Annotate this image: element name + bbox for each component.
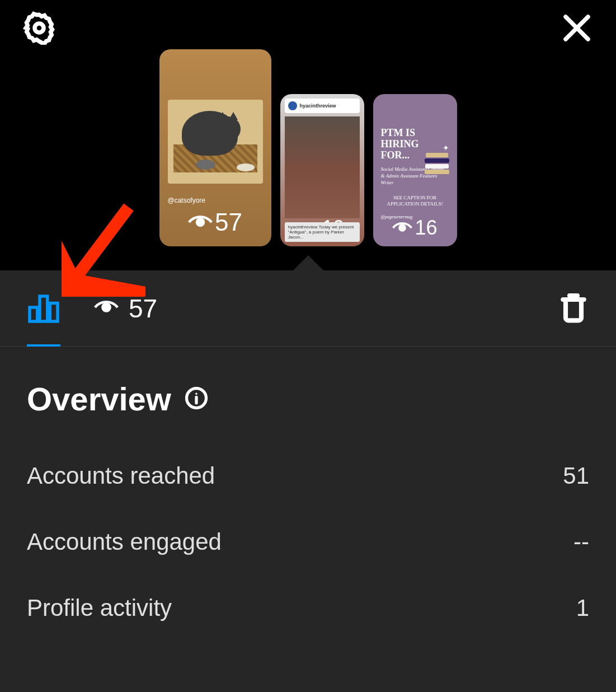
svg-point-5 — [399, 224, 407, 232]
hiring-title: PTM IS HIRING FOR... — [381, 128, 426, 161]
metric-value: 51 — [563, 462, 589, 489]
svg-point-3 — [196, 218, 205, 227]
info-icon[interactable] — [185, 386, 208, 412]
metric-value: 1 — [576, 595, 589, 621]
overview-title: Overview — [27, 380, 171, 418]
story-views-count: 57 — [215, 208, 242, 236]
story-views: 57 — [159, 208, 271, 246]
tab-viewers[interactable]: 57 — [94, 293, 157, 324]
hiring-handle: @pageturnermag — [381, 214, 413, 219]
svg-point-0 — [35, 24, 44, 32]
story-image — [285, 116, 360, 218]
story-thumbnail-2[interactable]: hyacinthreview hyacinthreview Today we p… — [280, 94, 364, 246]
overview-header: Overview — [27, 380, 589, 418]
metric-label: Accounts engaged — [27, 529, 222, 555]
metric-accounts-reached[interactable]: Accounts reached 51 — [27, 462, 589, 489]
svg-rect-7 — [30, 307, 37, 321]
close-icon[interactable] — [560, 11, 594, 47]
metric-label: Profile activity — [27, 595, 172, 621]
story-footer: hyacinthreview Today we present "Antigua… — [285, 222, 360, 242]
metric-accounts-engaged[interactable]: Accounts engaged -- — [27, 529, 589, 555]
metric-label: Accounts reached — [27, 462, 215, 489]
settings-icon[interactable] — [22, 11, 56, 47]
insights-panel: 57 Overview Accounts reached 51 — [0, 270, 616, 692]
story-views-count: 16 — [415, 216, 437, 240]
books-icon — [425, 153, 449, 175]
story-image — [168, 100, 263, 184]
svg-rect-8 — [40, 296, 48, 321]
metric-value: -- — [573, 529, 589, 555]
svg-point-10 — [101, 302, 111, 312]
trash-icon — [558, 291, 589, 324]
story-caption: @catsofyore — [168, 197, 206, 204]
bar-chart-icon — [27, 291, 60, 326]
tab-bar: 57 — [0, 270, 616, 347]
eye-icon — [188, 214, 213, 231]
story-post-header: hyacinthreview — [285, 99, 360, 113]
stories-carousel: @catsofyore 57 hyacinthreview hyacinthre… — [0, 45, 616, 246]
viewers-count: 57 — [129, 293, 157, 324]
story-thumbnail-1[interactable]: @catsofyore 57 — [159, 49, 271, 246]
svg-point-13 — [195, 392, 198, 395]
story-handle: hyacinthreview — [300, 103, 336, 109]
hiring-caption: SEE CAPTION FOR APPLICATION DETAILS! — [381, 195, 449, 207]
avatar-icon — [288, 101, 297, 110]
delete-button[interactable] — [558, 291, 589, 326]
eye-icon — [392, 221, 412, 235]
sparkle-icon: ✦ — [443, 143, 449, 152]
eye-icon — [94, 298, 119, 319]
svg-rect-9 — [50, 303, 58, 321]
metric-profile-activity[interactable]: Profile activity 1 — [27, 595, 589, 621]
tab-insights[interactable] — [27, 270, 60, 346]
story-thumbnail-3[interactable]: PTM IS HIRING FOR... Social Media Assist… — [373, 94, 457, 246]
carousel-pointer — [293, 255, 324, 271]
overview-section: Overview Accounts reached 51 Accounts en… — [0, 347, 616, 621]
story-views: 16 — [373, 216, 457, 246]
